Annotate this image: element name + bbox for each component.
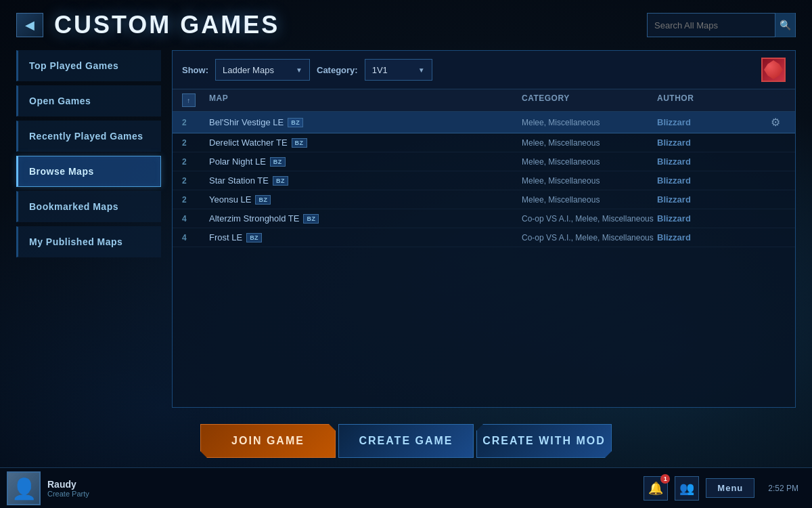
table-row[interactable]: 2 Polar Night LE BZ Melee, Miscellaneous… [173,152,795,171]
category-select[interactable]: 1V1 ▼ [365,59,432,81]
show-label: Show: [182,65,208,75]
table-header: ↑ Map Category Author [173,89,795,112]
sort-button[interactable]: ↑ [182,93,196,107]
map-badge-2: BZ [270,157,286,167]
table-row[interactable]: 2 Yeonsu LE BZ Melee, Miscellaneous Bliz… [173,190,795,209]
table-body: 2 Bel'Shir Vestige LE BZ Melee, Miscella… [173,112,795,407]
row-category-1: Melee, Miscellaneous [522,138,657,148]
row-author-6: Blizzard [657,232,765,242]
sidebar-item-recently-played[interactable]: Recently Played Games [16,121,161,152]
footer-right: 🔔 1 👥 Menu 2:52 PM [644,476,805,501]
time-display: 2:52 PM [761,484,805,493]
row-map-5: Alterzim Stronghold TE BZ [209,213,522,224]
table-row[interactable]: 4 Alterzim Stronghold TE BZ Co-op VS A.I… [173,209,795,228]
row-map-1: Derelict Watcher TE BZ [209,137,522,148]
show-arrow-icon: ▼ [296,66,302,74]
table-row[interactable]: 4 Frost LE BZ Co-op VS A.I., Melee, Misc… [173,228,795,247]
search-bar: 🔍 [647,13,796,37]
avatar-image [8,473,39,504]
row-category-0: Melee, Miscellaneous [522,118,657,127]
map-badge-3: BZ [273,176,288,186]
row-number-1: 2 [182,138,209,148]
category-value: 1V1 [372,65,388,75]
sidebar: Top Played GamesOpen GamesRecently Playe… [16,50,172,408]
create-game-button[interactable]: CREATE GAME [338,424,474,458]
player-avatar[interactable] [7,471,41,505]
social-button[interactable]: 👥 [675,476,699,501]
create-with-mod-button[interactable]: CREATE WITH MOD [476,424,612,458]
row-category-4: Melee, Miscellaneous [522,195,657,205]
show-value: Ladder Maps [223,65,274,75]
row-map-6: Frost LE BZ [209,232,522,242]
page-title: CUSTOM GAMES [54,11,279,39]
right-panel: Show: Ladder Maps ▼ Category: 1V1 ▼ ↑ Ma… [172,50,796,408]
map-badge-4: BZ [255,195,271,205]
row-map-3: Star Station TE BZ [209,175,522,186]
category-col-header: Category [522,93,657,107]
row-category-6: Co-op VS A.I., Melee, Miscellaneous [522,233,657,242]
notification-badge: 1 [660,474,670,484]
row-map-4: Yeonsu LE BZ [209,194,522,205]
search-button[interactable]: 🔍 [775,13,795,37]
sidebar-item-my-published[interactable]: My Published Maps [16,226,161,257]
row-map-2: Polar Night LE BZ [209,156,522,167]
back-button[interactable]: ◀ [16,13,43,37]
sort-icon-col: ↑ [182,93,209,107]
header: ◀ CUSTOM GAMES 🔍 [0,0,812,50]
row-settings-0[interactable]: ⚙ [765,116,786,129]
settings-col-header [765,93,786,107]
row-author-4: Blizzard [657,194,765,205]
row-author-2: Blizzard [657,156,765,167]
row-category-3: Melee, Miscellaneous [522,176,657,186]
notifications-button[interactable]: 🔔 1 [644,476,668,501]
row-category-5: Co-op VS A.I., Melee, Miscellaneous [522,214,657,224]
row-number-3: 2 [182,176,209,186]
map-badge-6: BZ [246,233,262,242]
sidebar-item-open-games[interactable]: Open Games [16,85,161,117]
show-select[interactable]: Ladder Maps ▼ [215,59,310,81]
join-game-button[interactable]: JOIN GAME [200,424,336,458]
search-input[interactable] [648,20,775,30]
map-badge-5: BZ [303,214,319,224]
category-label: Category: [317,65,358,75]
map-col-header: Map [209,93,522,107]
row-number-4: 2 [182,195,209,205]
main-content: Top Played GamesOpen GamesRecently Playe… [0,50,812,415]
create-party-button[interactable]: Create Party [47,490,89,498]
row-number-5: 4 [182,214,209,224]
row-author-5: Blizzard [657,213,765,224]
row-author-0: Blizzard [657,117,765,127]
map-badge-0: BZ [288,118,303,127]
row-author-3: Blizzard [657,175,765,186]
menu-button[interactable]: Menu [706,478,754,498]
table-row[interactable]: 2 Star Station TE BZ Melee, Miscellaneou… [173,171,795,190]
sidebar-item-top-played[interactable]: Top Played Games [16,50,161,81]
category-arrow-icon: ▼ [418,66,425,74]
footer: Raudy Create Party 🔔 1 👥 Menu 2:52 PM [0,467,812,508]
filter-bar: Show: Ladder Maps ▼ Category: 1V1 ▼ [173,51,795,89]
map-badge-1: BZ [292,138,307,148]
row-number-2: 2 [182,157,209,167]
player-avatar-icon[interactable] [761,58,786,82]
author-col-header: Author [657,93,765,107]
row-category-2: Melee, Miscellaneous [522,157,657,167]
row-map-0: Bel'Shir Vestige LE BZ [209,117,522,127]
table-row[interactable]: 2 Bel'Shir Vestige LE BZ Melee, Miscella… [173,112,795,133]
row-number-0: 2 [182,118,209,127]
player-info: Raudy Create Party [47,479,89,498]
row-number-6: 4 [182,233,209,242]
table-row[interactable]: 2 Derelict Watcher TE BZ Melee, Miscella… [173,133,795,152]
row-author-1: Blizzard [657,137,765,148]
bottom-bar: JOIN GAME CREATE GAME CREATE WITH MOD [0,415,812,467]
player-name: Raudy [47,479,89,490]
sidebar-item-bookmarked[interactable]: Bookmarked Maps [16,191,161,222]
sidebar-item-browse-maps[interactable]: Browse Maps [16,156,161,187]
